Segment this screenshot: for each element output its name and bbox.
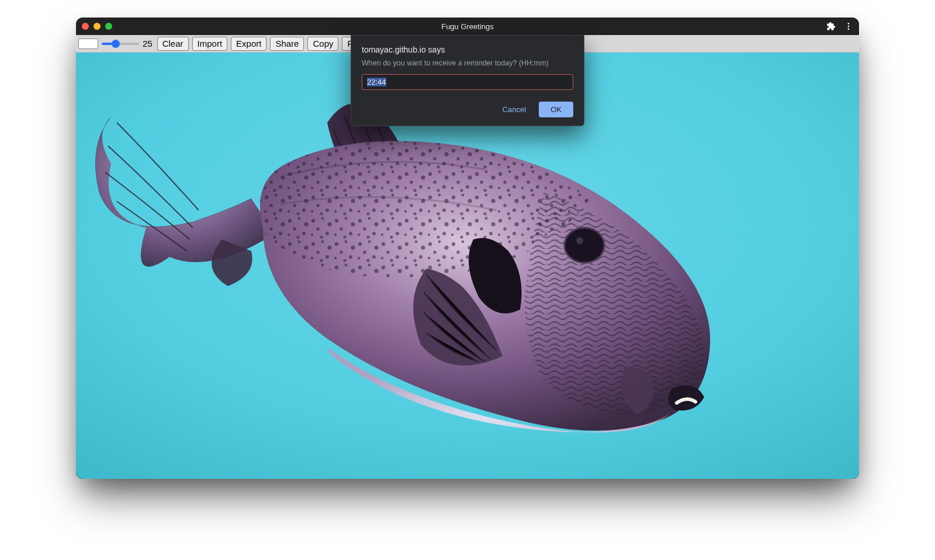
color-swatch[interactable] xyxy=(78,39,98,49)
window-minimize-button[interactable] xyxy=(94,23,101,30)
svg-point-0 xyxy=(848,23,850,25)
clear-button[interactable]: Clear xyxy=(157,37,189,51)
import-button[interactable]: Import xyxy=(192,37,228,51)
app-window: Fugu Greetings 25 Clear Import Export Sh… xyxy=(76,18,859,479)
prompt-actions: Cancel OK xyxy=(362,102,573,117)
slider-thumb[interactable] xyxy=(112,40,120,48)
more-icon[interactable] xyxy=(844,22,853,31)
export-button[interactable]: Export xyxy=(231,37,266,51)
window-zoom-button[interactable] xyxy=(105,23,112,30)
window-close-button[interactable] xyxy=(82,23,89,30)
svg-point-19 xyxy=(576,237,583,244)
svg-point-2 xyxy=(848,28,850,30)
prompt-ok-button[interactable]: OK xyxy=(539,102,573,117)
extensions-icon[interactable] xyxy=(826,22,836,31)
brush-size-slider[interactable] xyxy=(102,39,139,49)
share-button[interactable]: Share xyxy=(270,37,304,51)
titlebar: Fugu Greetings xyxy=(76,18,859,35)
window-title: Fugu Greetings xyxy=(76,22,859,31)
prompt-origin: tomayac.github.io says xyxy=(362,45,573,54)
js-prompt-dialog: tomayac.github.io says When do you want … xyxy=(351,35,584,126)
svg-point-1 xyxy=(848,26,850,27)
prompt-input[interactable] xyxy=(362,74,573,90)
brush-size-value: 25 xyxy=(143,39,154,48)
window-controls xyxy=(82,23,112,30)
prompt-cancel-button[interactable]: Cancel xyxy=(497,102,532,117)
prompt-message: When do you want to receive a reminder t… xyxy=(362,59,573,67)
copy-button[interactable]: Copy xyxy=(307,37,338,51)
